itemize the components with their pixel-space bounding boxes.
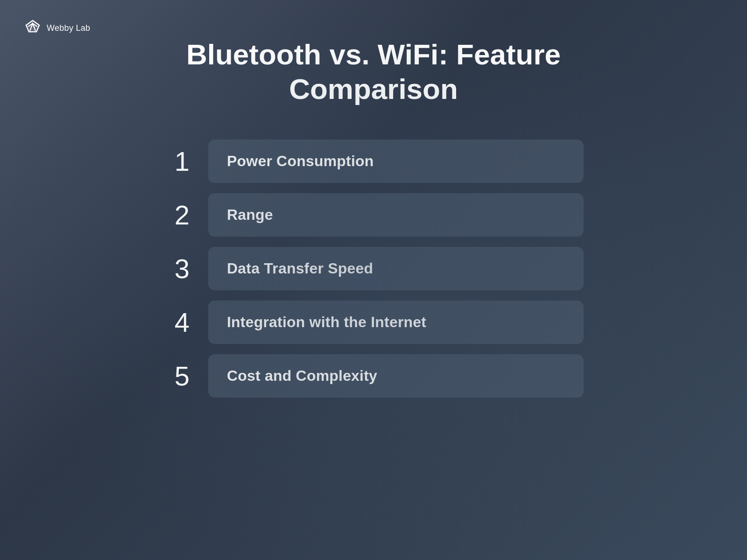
- item-number-2: 2: [163, 199, 201, 231]
- list-item: 2Range: [163, 193, 584, 237]
- list-item: 5Cost and Complexity: [163, 354, 584, 398]
- webbylab-logo-icon: [23, 19, 42, 37]
- item-number-3: 3: [163, 253, 201, 284]
- feature-list: 1Power Consumption2Range3Data Transfer S…: [163, 140, 584, 398]
- list-item: 1Power Consumption: [163, 140, 584, 183]
- item-label-1: Power Consumption: [208, 140, 584, 183]
- list-item: 4Integration with the Internet: [163, 301, 584, 344]
- item-label-4: Integration with the Internet: [208, 301, 584, 344]
- item-label-2: Range: [208, 193, 584, 237]
- item-number-5: 5: [163, 360, 201, 392]
- item-label-5: Cost and Complexity: [208, 354, 584, 398]
- main-content: Bluetooth vs. WiFi: Feature Comparison 1…: [0, 0, 747, 398]
- logo: Webby Lab: [23, 19, 90, 37]
- item-label-3: Data Transfer Speed: [208, 247, 584, 290]
- item-number-4: 4: [163, 307, 201, 338]
- logo-text: Webby Lab: [47, 23, 90, 33]
- item-number-1: 1: [163, 146, 201, 177]
- list-item: 3Data Transfer Speed: [163, 247, 584, 290]
- page-title: Bluetooth vs. WiFi: Feature Comparison: [163, 37, 584, 107]
